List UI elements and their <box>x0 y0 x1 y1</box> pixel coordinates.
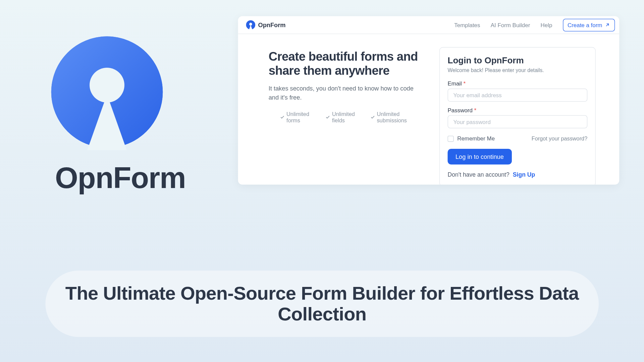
password-field-group: Password * <box>448 107 588 128</box>
signup-row: Don't have an account? Sign Up <box>448 172 588 178</box>
opnform-logo-icon <box>246 20 256 30</box>
signup-link[interactable]: Sign Up <box>513 172 535 178</box>
external-link-icon <box>605 22 610 27</box>
brand-name: OpnForm <box>55 161 185 195</box>
login-button[interactable]: Log in to continue <box>448 149 512 165</box>
app-header: OpnForm Templates AI Form Builder Help C… <box>238 16 620 34</box>
opnform-logo-icon <box>49 34 165 150</box>
pitch-title: Create beautiful forms and share them an… <box>269 50 422 78</box>
feature-unlimited-fields: Unlimited fields <box>325 111 362 123</box>
login-title: Login to OpnForm <box>448 55 588 65</box>
check-icon <box>325 115 330 120</box>
remember-me-label: Remember Me <box>457 135 495 142</box>
check-icon <box>370 115 375 120</box>
app-nav: Templates AI Form Builder Help Create a … <box>454 18 615 31</box>
password-field[interactable] <box>448 115 588 128</box>
pitch-features: Unlimited forms Unlimited fields Unlimit… <box>269 111 422 123</box>
feature-unlimited-forms: Unlimited forms <box>280 111 318 123</box>
login-subtitle: Welcome back! Please enter your details. <box>448 67 588 73</box>
email-label: Email * <box>448 80 588 87</box>
check-icon <box>280 115 285 120</box>
password-label: Password * <box>448 107 588 114</box>
nav-templates[interactable]: Templates <box>454 21 480 28</box>
create-form-label: Create a form <box>568 21 602 28</box>
pitch-subtitle: It takes seconds, you don't need to know… <box>269 84 422 102</box>
forgot-password-link[interactable]: Forgot your password? <box>532 135 587 141</box>
remember-me[interactable]: Remember Me <box>448 135 495 142</box>
email-field[interactable] <box>448 88 588 102</box>
create-form-button[interactable]: Create a form <box>563 18 615 31</box>
password-label-text: Password <box>448 107 473 114</box>
email-field-group: Email * <box>448 80 588 102</box>
brand-block: OpnForm <box>49 34 185 195</box>
required-mark: * <box>464 80 466 87</box>
required-mark: * <box>474 107 477 114</box>
signup-prompt: Don't have an account? <box>448 172 509 178</box>
feature-label: Unlimited submissions <box>377 111 422 123</box>
pitch-column: Create beautiful forms and share them an… <box>269 47 422 185</box>
nav-help[interactable]: Help <box>541 21 552 28</box>
feature-unlimited-submissions: Unlimited submissions <box>370 111 422 123</box>
app-brand[interactable]: OpnForm <box>246 20 285 30</box>
tagline: The Ultimate Open-Source Form Builder fo… <box>63 283 581 324</box>
nav-ai-form-builder[interactable]: AI Form Builder <box>491 21 530 28</box>
login-card: Login to OpnForm Welcome back! Please en… <box>439 47 596 185</box>
feature-label: Unlimited fields <box>332 111 363 123</box>
remember-me-checkbox[interactable] <box>448 135 454 141</box>
feature-label: Unlimited forms <box>286 111 318 123</box>
tagline-bubble: The Ultimate Open-Source Form Builder fo… <box>45 270 599 337</box>
app-window: OpnForm Templates AI Form Builder Help C… <box>238 16 620 185</box>
app-title: OpnForm <box>258 21 285 28</box>
email-label-text: Email <box>448 80 462 87</box>
